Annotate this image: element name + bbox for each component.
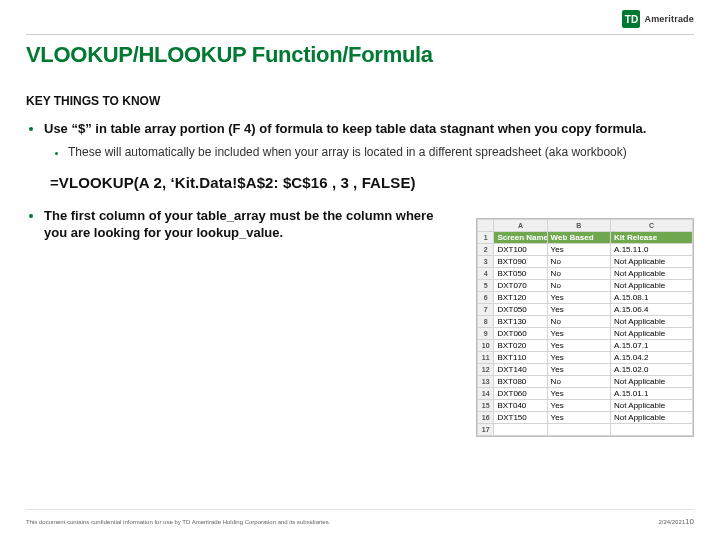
- row-num: 17: [478, 424, 494, 436]
- cell-web-based: Yes: [547, 304, 610, 316]
- cell-web-based: Yes: [547, 244, 610, 256]
- logo-brand-text: Ameritrade: [644, 14, 694, 24]
- bullet-text: Use “$” in table array portion (F 4) of …: [44, 121, 646, 136]
- cell-screen-name: BXT130: [494, 316, 547, 328]
- table-row: 9DXT060YesNot Applicable: [478, 328, 693, 340]
- row-num: 16: [478, 412, 494, 424]
- table-row: 2DXT100YesA.15.11.0: [478, 244, 693, 256]
- cell-kit-release: Not Applicable: [611, 316, 693, 328]
- cell-screen-name: BXT040: [494, 400, 547, 412]
- cell-kit-release: Not Applicable: [611, 412, 693, 424]
- cell-kit-release: Not Applicable: [611, 268, 693, 280]
- cell-kit-release: Not Applicable: [611, 376, 693, 388]
- col-letter-a: A: [494, 220, 547, 232]
- page-number: 10: [685, 517, 694, 526]
- row-num: 15: [478, 400, 494, 412]
- cell-screen-name: DXT060: [494, 328, 547, 340]
- table-row: 11BXT110YesA.15.04.2: [478, 352, 693, 364]
- slide-title: VLOOKUP/HLOOKUP Function/Formula: [26, 42, 694, 68]
- row-num: 3: [478, 256, 494, 268]
- col-letter-row: A B C: [478, 220, 693, 232]
- cell-web-based: [547, 424, 610, 436]
- formula-example: =VLOOKUP(A 2, ‘Kit.Data!$A$2: $C$16 , 3 …: [26, 174, 416, 191]
- cell-web-based: Yes: [547, 340, 610, 352]
- row-num: 13: [478, 376, 494, 388]
- header-kit-release: Kit Release: [611, 232, 693, 244]
- col-letter-c: C: [611, 220, 693, 232]
- sub-bullet-workbook-note: These will automatically be included whe…: [68, 144, 694, 160]
- cell-kit-release: [611, 424, 693, 436]
- cell-screen-name: BXT050: [494, 268, 547, 280]
- table-row: 14DXT060YesA.15.01.1: [478, 388, 693, 400]
- spreadsheet-preview: A B C 1 Screen Name Web Based Kit Releas…: [476, 218, 694, 437]
- cell-screen-name: [494, 424, 547, 436]
- bullet-absolute-ref: Use “$” in table array portion (F 4) of …: [44, 120, 694, 160]
- row-num: 4: [478, 268, 494, 280]
- cell-screen-name: BXT110: [494, 352, 547, 364]
- row-num: 11: [478, 352, 494, 364]
- cell-screen-name: DXT140: [494, 364, 547, 376]
- cell-web-based: No: [547, 268, 610, 280]
- header-web-based: Web Based: [547, 232, 610, 244]
- table-row: 8BXT130NoNot Applicable: [478, 316, 693, 328]
- cell-web-based: No: [547, 280, 610, 292]
- footer: This document contains confidential info…: [26, 517, 694, 526]
- row-num: 1: [478, 232, 494, 244]
- cell-web-based: No: [547, 316, 610, 328]
- cell-web-based: Yes: [547, 328, 610, 340]
- table-row: 5DXT070NoNot Applicable: [478, 280, 693, 292]
- header-screen-name: Screen Name: [494, 232, 547, 244]
- cell-kit-release: A.15.06.4: [611, 304, 693, 316]
- cell-screen-name: BXT090: [494, 256, 547, 268]
- table-row: 12DXT140YesA.15.02.0: [478, 364, 693, 376]
- row-num: 10: [478, 340, 494, 352]
- bullet-first-column: The first column of your table_array mus…: [44, 207, 446, 242]
- body: Use “$” in table array portion (F 4) of …: [26, 120, 694, 242]
- footer-date: 2/24/2021: [658, 519, 685, 525]
- cell-kit-release: Not Applicable: [611, 256, 693, 268]
- cell-kit-release: Not Applicable: [611, 328, 693, 340]
- cell-kit-release: Not Applicable: [611, 400, 693, 412]
- row-num: 12: [478, 364, 494, 376]
- cell-kit-release: A.15.01.1: [611, 388, 693, 400]
- col-letter-b: B: [547, 220, 610, 232]
- table-row: 17: [478, 424, 693, 436]
- cell-kit-release: A.15.08.1: [611, 292, 693, 304]
- cell-screen-name: DXT060: [494, 388, 547, 400]
- row-num: 14: [478, 388, 494, 400]
- cell-screen-name: DXT050: [494, 304, 547, 316]
- cell-screen-name: DXT100: [494, 244, 547, 256]
- table-row: 13BXT080NoNot Applicable: [478, 376, 693, 388]
- cell-web-based: Yes: [547, 388, 610, 400]
- table-row: 6BXT120YesA.15.08.1: [478, 292, 693, 304]
- cell-screen-name: DXT070: [494, 280, 547, 292]
- cell-web-based: No: [547, 256, 610, 268]
- cell-web-based: No: [547, 376, 610, 388]
- cell-kit-release: A.15.02.0: [611, 364, 693, 376]
- row-num: 9: [478, 328, 494, 340]
- cell-screen-name: DXT150: [494, 412, 547, 424]
- cell-screen-name: BXT020: [494, 340, 547, 352]
- table-row: 16DXT150YesNot Applicable: [478, 412, 693, 424]
- table-row: 7DXT050YesA.15.06.4: [478, 304, 693, 316]
- cell-kit-release: A.15.04.2: [611, 352, 693, 364]
- cell-web-based: Yes: [547, 364, 610, 376]
- table-row: 4BXT050NoNot Applicable: [478, 268, 693, 280]
- cell-screen-name: BXT120: [494, 292, 547, 304]
- corner-cell: [478, 220, 494, 232]
- row-num: 6: [478, 292, 494, 304]
- table-row: 10BXT020YesA.15.07.1: [478, 340, 693, 352]
- slide: TD Ameritrade VLOOKUP/HLOOKUP Function/F…: [0, 0, 720, 540]
- cell-kit-release: Not Applicable: [611, 280, 693, 292]
- row-num: 5: [478, 280, 494, 292]
- section-heading: KEY THINGS TO KNOW: [26, 94, 694, 108]
- row-num: 7: [478, 304, 494, 316]
- row-num: 8: [478, 316, 494, 328]
- logo-mark: TD: [622, 10, 640, 28]
- cell-web-based: Yes: [547, 352, 610, 364]
- row-num: 2: [478, 244, 494, 256]
- table-row: 15BXT040YesNot Applicable: [478, 400, 693, 412]
- footer-confidential: This document contains confidential info…: [26, 519, 638, 525]
- header-row: 1 Screen Name Web Based Kit Release: [478, 232, 693, 244]
- spreadsheet-table: A B C 1 Screen Name Web Based Kit Releas…: [477, 219, 693, 436]
